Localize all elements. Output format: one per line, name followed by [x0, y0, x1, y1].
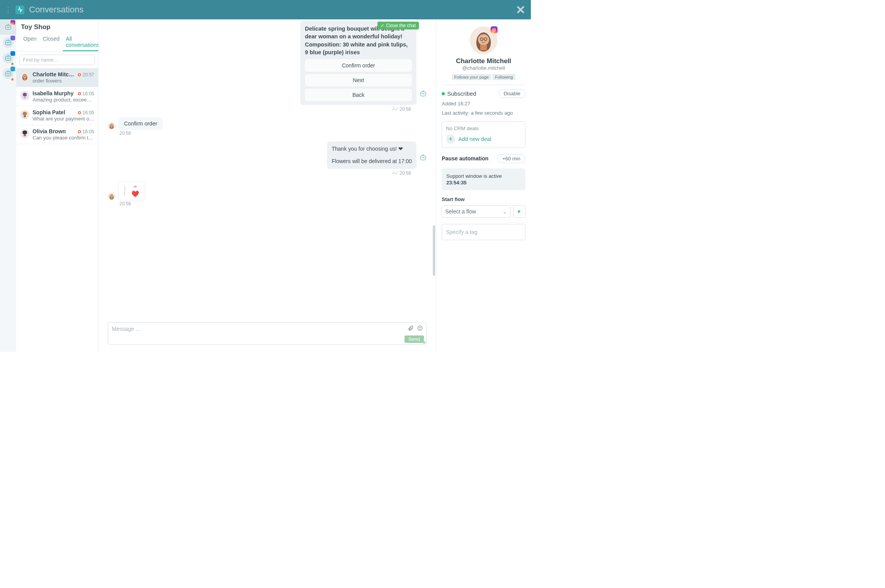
tab-all[interactable]: All conversations [63, 33, 102, 51]
plus60-button[interactable]: +60 min [497, 154, 525, 163]
avatar-icon [20, 129, 29, 138]
start-flow-label: Start flow [442, 196, 525, 202]
scrollbar[interactable] [433, 50, 435, 276]
avatar-icon [20, 91, 29, 100]
bot-avatar-icon [420, 154, 427, 161]
follows-badge: Follows your page [452, 74, 491, 80]
svg-rect-13 [24, 96, 26, 98]
chat-panel: ✓ Close the chat Delicate spring bouquet… [98, 19, 436, 352]
bot-message: Delicate spring bouquet will delight a d… [300, 21, 417, 105]
svg-rect-16 [24, 115, 26, 117]
delivered-ticks-icon: ✓✓ [392, 170, 398, 176]
user-message: Confirm order [119, 117, 163, 130]
run-flow-button[interactable] [513, 205, 525, 218]
following-badge: Following [492, 74, 515, 80]
disable-button[interactable]: Disable [499, 89, 525, 98]
svg-point-24 [493, 29, 494, 30]
channel-viber[interactable] [3, 37, 14, 48]
conv-time: 20:57 [83, 72, 94, 77]
conv-time: 16:05 [83, 110, 94, 115]
user-avatar-icon [108, 193, 115, 200]
unread-dot-icon [11, 63, 14, 65]
bot-text: Thank you for choosing us! ❤ [332, 145, 412, 153]
support-timer: 23:54:35 [446, 180, 521, 186]
channel-telegram[interactable] [3, 68, 14, 79]
emoji-icon[interactable] [417, 325, 423, 333]
channel-rail [0, 19, 16, 352]
support-window-box: Support window is active 23:54:35 [442, 168, 525, 190]
conv-name: Charlotte Mitchell [33, 71, 76, 77]
bot-message: Thank you for choosing us! ❤ Flowers wil… [327, 141, 417, 169]
message-scroll[interactable]: Delicate spring bouquet will delight a d… [98, 19, 436, 322]
conv-preview: Amazing product, exceeded expe… [33, 97, 94, 103]
reply-message: ❤️ [119, 181, 145, 200]
send-button[interactable]: Send [405, 335, 424, 343]
conv-name: Olivia Brown [33, 128, 66, 134]
channel-instagram[interactable] [3, 22, 14, 33]
bot-button-confirm[interactable]: Confirm order [305, 59, 412, 72]
forward-arrow-icon [132, 184, 138, 189]
delivered-ticks-icon: ✓✓ [392, 107, 398, 112]
contact-details: Charlotte Mitchell @charlotte.mitchell F… [436, 19, 531, 352]
resize-handle-icon[interactable] [422, 340, 425, 344]
conversation-item[interactable]: Charlotte Mitchell 20:57 order flowers [16, 68, 98, 87]
conv-preview: Can you please confirm the estim… [33, 135, 94, 141]
support-label: Support window is active [446, 173, 521, 179]
unread-ring-icon [78, 73, 81, 76]
flow-select-value: Select a flow [445, 208, 476, 215]
contact-name: Charlotte Mitchell [442, 57, 525, 65]
avatar-icon [20, 110, 29, 119]
unread-ring-icon [78, 130, 81, 133]
add-deal-button[interactable]: + Add new deal [446, 134, 521, 144]
conversation-item[interactable]: Sophia Patel 16:05 What are your payment… [16, 106, 98, 125]
bot-button-next[interactable]: Next [305, 74, 412, 86]
message-timestamp: 20:58 [119, 201, 427, 206]
svg-rect-19 [24, 134, 26, 136]
svg-point-21 [419, 327, 419, 328]
message-timestamp: ✓✓20:58 [108, 170, 427, 176]
user-avatar-icon [108, 122, 115, 130]
messenger-badge-icon [10, 51, 15, 56]
shop-name: Toy Shop [16, 19, 98, 33]
close-chat-label: Close the chat [386, 23, 416, 28]
topbar: ⋮ Conversations ✕ [0, 0, 531, 19]
add-deal-label: Add new deal [458, 136, 491, 142]
chevron-down-icon: ⌄ [503, 208, 507, 215]
conv-time: 16:05 [83, 129, 94, 134]
channel-messenger[interactable] [3, 53, 14, 64]
search-input[interactable] [19, 55, 95, 65]
check-icon: ✓ [381, 23, 384, 28]
page-title: Conversations [29, 5, 84, 15]
conversation-tabs: Open Closed All conversations [16, 33, 98, 52]
close-panel-icon[interactable]: ✕ [514, 3, 527, 17]
tab-open[interactable]: Open [20, 33, 40, 51]
conv-name: Sophia Patel [33, 109, 65, 115]
contact-handle: @charlotte.mitchell [442, 65, 525, 71]
close-chat-button[interactable]: ✓ Close the chat [377, 22, 419, 29]
telegram-badge-icon [10, 67, 15, 71]
tag-input[interactable] [442, 224, 525, 240]
drag-handle-icon[interactable]: ⋮ [4, 5, 12, 14]
flow-select[interactable]: Select a flow ⌄ [442, 205, 511, 218]
message-input[interactable] [112, 326, 422, 332]
tab-closed[interactable]: Closed [40, 33, 63, 51]
viber-badge-icon [10, 36, 15, 40]
no-deals-label: No CRM deals [446, 126, 521, 131]
conv-preview: What are your payment options? [33, 116, 94, 122]
subscribed-label: Subscribed [447, 90, 476, 97]
message-timestamp: ✓✓20:58 [108, 107, 427, 112]
heart-reaction: ❤️ [131, 190, 139, 198]
message-composer: Send [108, 322, 427, 345]
message-timestamp: 20:58 [119, 131, 427, 136]
svg-point-20 [418, 326, 422, 330]
unread-ring-icon [78, 92, 81, 95]
pause-automation-label: Pause automation [442, 155, 489, 162]
bot-button-back[interactable]: Back [305, 89, 412, 101]
conversation-item[interactable]: Isabella Murphy 16:05 Amazing product, e… [16, 87, 98, 106]
avatar-icon [20, 72, 29, 81]
plus-icon: + [446, 134, 455, 144]
svg-point-22 [420, 327, 421, 328]
attach-icon[interactable] [408, 325, 414, 333]
conversation-item[interactable]: Olivia Brown 16:05 Can you please confir… [16, 125, 98, 144]
conv-time: 16:05 [83, 91, 94, 96]
